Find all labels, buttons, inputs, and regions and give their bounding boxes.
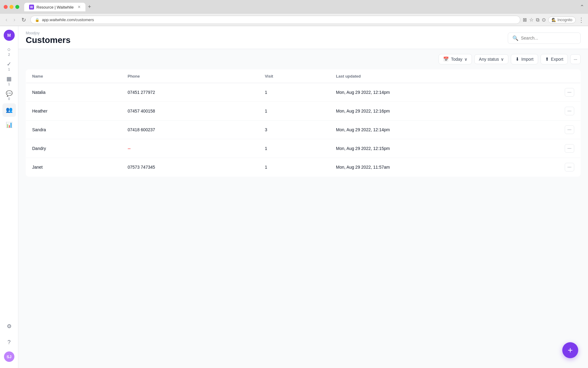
cast-icon[interactable]: ⊠ <box>523 17 527 23</box>
cell-actions: ··· <box>559 121 581 139</box>
browser-toolbar: ‹ › ↻ 🔒 app.waitwhile.com/customers ⊠ ☆ … <box>0 14 588 26</box>
sidebar-app-avatar[interactable]: M <box>4 30 15 41</box>
customers-table: Name Phone Visit Last updated Natalia074… <box>26 69 581 177</box>
customers-icon: 👥 <box>6 106 13 113</box>
maximize-traffic-light[interactable] <box>15 5 19 9</box>
lock-icon: 🔒 <box>35 18 40 22</box>
export-button[interactable]: ⬆ Export <box>541 54 568 64</box>
cell-visit: 1 <box>259 83 330 102</box>
checkin-icon: ✓ <box>7 61 11 67</box>
calendar-filter-icon: 📅 <box>443 56 449 62</box>
user-avatar[interactable]: SJ <box>4 351 14 362</box>
sidebar-item-overview[interactable]: ○ 2 <box>2 44 16 58</box>
table-row[interactable]: Natalia07451 2779721Mon, Aug 29 2022, 12… <box>26 83 581 102</box>
sidebar-item-messages[interactable]: 💬 0 <box>2 89 16 102</box>
reload-button[interactable]: ↻ <box>20 16 28 24</box>
tab-extras: ⌃ <box>580 4 584 10</box>
cell-name: Janet <box>26 158 122 177</box>
row-actions-button[interactable]: ··· <box>565 125 574 134</box>
status-label: Any status <box>479 57 499 62</box>
forward-button[interactable]: › <box>12 16 17 24</box>
cell-phone: 07451 277972 <box>122 83 259 102</box>
cell-phone: – <box>122 139 259 158</box>
table-body: Natalia07451 2779721Mon, Aug 29 2022, 12… <box>26 83 581 177</box>
more-options-button[interactable]: ··· <box>570 54 581 64</box>
cell-actions: ··· <box>559 102 581 121</box>
cell-last-updated: Mon, Aug 29 2022, 12:15pm <box>330 139 559 158</box>
table-row[interactable]: Sandra07418 6002373Mon, Aug 29 2022, 12:… <box>26 121 581 139</box>
table-row[interactable]: Heather07457 4001581Mon, Aug 29 2022, 12… <box>26 102 581 121</box>
browser-titlebar: W Resource | Waitwhile × + ⌃ <box>0 0 588 14</box>
sidebar-bottom: ⚙ ? SJ <box>2 320 16 364</box>
import-button[interactable]: ⬇ Import <box>511 54 538 64</box>
cell-visit: 1 <box>259 158 330 177</box>
browser-chrome: W Resource | Waitwhile × + ⌃ ‹ › ↻ 🔒 app… <box>0 0 588 26</box>
search-input[interactable] <box>521 36 576 40</box>
settings-icon: ⚙ <box>7 323 12 330</box>
search-icon: 🔍 <box>512 35 518 41</box>
page-title: Customers <box>26 35 70 45</box>
table-row[interactable]: Dandry–1Mon, Aug 29 2022, 12:15pm··· <box>26 139 581 158</box>
row-actions-button[interactable]: ··· <box>565 88 574 97</box>
cell-name: Dandry <box>26 139 122 158</box>
add-customer-fab[interactable]: + <box>562 342 578 358</box>
today-chevron-icon: ∨ <box>464 57 467 62</box>
active-tab[interactable]: W Resource | Waitwhile × <box>24 3 85 11</box>
status-filter-button[interactable]: Any status ∨ <box>474 54 508 64</box>
main-content: Moodjoy Customers 🔍 📅 Today ∨ Any status… <box>18 26 588 368</box>
cell-last-updated: Mon, Aug 29 2022, 11:57am <box>330 158 559 177</box>
cell-last-updated: Mon, Aug 29 2022, 12:14pm <box>330 83 559 102</box>
cell-phone: 07418 600237 <box>122 121 259 139</box>
col-visit: Visit <box>259 70 330 83</box>
table-container: Name Phone Visit Last updated Natalia074… <box>18 69 588 368</box>
row-actions-button[interactable]: ··· <box>565 107 574 115</box>
col-phone: Phone <box>122 70 259 83</box>
browser-menu-button[interactable]: ⋮ <box>578 16 584 24</box>
table-header: Name Phone Visit Last updated <box>26 70 581 83</box>
profile-icon[interactable]: ⊙ <box>542 17 546 23</box>
sidebar-item-help[interactable]: ? <box>2 335 16 349</box>
cell-phone: 07573 747345 <box>122 158 259 177</box>
cell-actions: ··· <box>559 83 581 102</box>
incognito-button[interactable]: 🕵 Incognito <box>548 17 576 23</box>
sidebar-item-calendar[interactable]: ▦ 1 <box>2 74 16 87</box>
cell-name: Heather <box>26 102 122 121</box>
overview-icon: ○ <box>7 46 11 53</box>
incognito-icon: 🕵 <box>552 18 556 22</box>
import-label: Import <box>521 57 533 62</box>
extensions-icon[interactable]: ⧉ <box>536 17 539 23</box>
today-filter-button[interactable]: 📅 Today ∨ <box>439 54 472 64</box>
url-text: app.waitwhile.com/customers <box>42 17 94 22</box>
address-bar[interactable]: 🔒 app.waitwhile.com/customers <box>30 16 520 24</box>
col-last-updated: Last updated <box>330 70 559 83</box>
calendar-icon: ▦ <box>6 75 12 82</box>
back-button[interactable]: ‹ <box>4 16 9 24</box>
cell-visit: 1 <box>259 102 330 121</box>
row-actions-button[interactable]: ··· <box>565 144 574 153</box>
cell-visit: 1 <box>259 139 330 158</box>
tab-close-button[interactable]: × <box>78 5 81 10</box>
page-header: Moodjoy Customers 🔍 <box>18 26 588 49</box>
new-tab-button[interactable]: + <box>85 2 94 11</box>
minimize-traffic-light[interactable] <box>9 5 13 9</box>
cell-actions: ··· <box>559 158 581 177</box>
messages-icon: 💬 <box>6 90 13 97</box>
sidebar-item-checkin[interactable]: ✓ 1 <box>2 59 16 73</box>
status-chevron-icon: ∨ <box>501 57 504 62</box>
col-actions <box>559 70 581 83</box>
close-traffic-light[interactable] <box>4 5 8 9</box>
cell-name: Natalia <box>26 83 122 102</box>
cell-actions: ··· <box>559 139 581 158</box>
table-row[interactable]: Janet07573 7473451Mon, Aug 29 2022, 11:5… <box>26 158 581 177</box>
search-box[interactable]: 🔍 <box>508 33 581 44</box>
bookmark-icon[interactable]: ☆ <box>529 17 533 23</box>
sidebar-item-analytics[interactable]: 📊 <box>2 118 16 132</box>
sidebar-item-settings[interactable]: ⚙ <box>2 320 16 333</box>
row-actions-button[interactable]: ··· <box>565 163 574 171</box>
help-icon: ? <box>7 339 10 346</box>
messages-badge: 0 <box>8 98 10 101</box>
sidebar-item-customers[interactable]: 👥 <box>2 103 16 117</box>
export-label: Export <box>551 57 563 62</box>
browser-tabs: W Resource | Waitwhile × + <box>24 2 94 11</box>
more-options-icon: ··· <box>574 57 577 62</box>
